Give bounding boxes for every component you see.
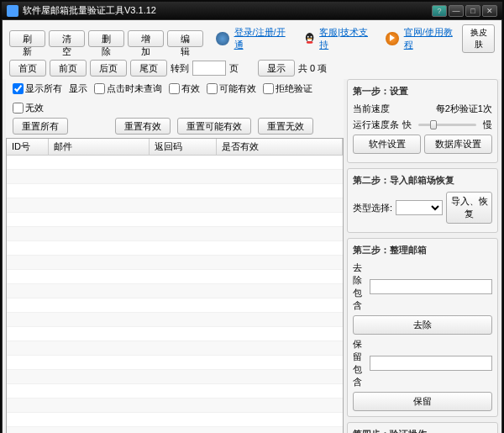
svg-point-2	[307, 36, 309, 38]
help-button[interactable]: ?	[432, 5, 447, 17]
qq-icon	[303, 32, 316, 45]
delete-button[interactable]: 删除	[88, 30, 124, 47]
type-label-2: 类型选择:	[353, 202, 392, 214]
reset-valid-button[interactable]: 重置有效	[115, 118, 171, 135]
first-page-button[interactable]: 首页	[9, 60, 46, 77]
keep-contain-label: 保留包含	[353, 338, 366, 388]
tutorial-link[interactable]: 官网/使用教程	[404, 26, 459, 51]
chk-reject[interactable]: 拒绝验证	[263, 82, 312, 95]
type-select-2[interactable]	[396, 200, 443, 215]
import-button[interactable]: 导入、恢复	[446, 192, 492, 224]
maximize-button[interactable]: □	[465, 5, 480, 17]
chk-show-all[interactable]: 显示所有	[13, 82, 62, 95]
col-id[interactable]: ID号	[7, 139, 49, 155]
keep-button[interactable]: 保留	[353, 392, 492, 411]
speed-value: 每2秒验证1次	[393, 103, 492, 115]
titlebar: 软件屋邮箱批量验证工具V3.1.12 ? — □ ✕	[2, 2, 502, 19]
keep-contain-input[interactable]	[370, 356, 492, 371]
remove-contain-label: 去除包含	[353, 261, 366, 312]
step2-title: 第二步：导入邮箱场恢复	[353, 174, 492, 187]
chk-invalid[interactable]: 无效	[13, 102, 44, 114]
svg-point-4	[307, 41, 313, 44]
filter-row: 显示所有 显示 点击时未查询 有效 可能有效 拒绝验证 无效	[6, 79, 344, 118]
svg-point-3	[310, 36, 312, 38]
last-page-button[interactable]: 尾页	[130, 60, 167, 77]
goto-input[interactable]	[192, 61, 226, 76]
panel-step4: 第四步：验证操作 开始验证 暂停 停止	[347, 422, 498, 433]
remove-button[interactable]: 去除	[353, 315, 492, 335]
panel-step2: 第二步：导入邮箱场恢复 类型选择: 导入、恢复	[347, 168, 498, 233]
minimize-button[interactable]: —	[449, 5, 464, 17]
step1-title: 第一步：设置	[353, 85, 492, 98]
panel-step1: 第一步：设置 当前速度每2秒验证1次 运行速度条 快 慢 软件设置 数据库设置	[347, 79, 498, 163]
support-link[interactable]: 客服|技术支持	[319, 26, 375, 51]
next-page-button[interactable]: 后页	[90, 60, 127, 77]
refresh-button[interactable]: 刷新	[9, 30, 45, 47]
reset-possible-button[interactable]: 重置可能有效	[177, 118, 251, 135]
skin-button[interactable]: 换皮肤	[462, 24, 495, 53]
step4-title: 第四步：验证操作	[353, 428, 492, 433]
page-unit: 页	[229, 62, 239, 75]
database-settings-button[interactable]: 数据库设置	[424, 135, 492, 154]
reset-all-button[interactable]: 重置所有	[13, 118, 68, 135]
app-icon	[7, 5, 18, 17]
chk-not-clicked[interactable]: 点击时未查询	[94, 82, 162, 95]
speed-bar-label: 运行速度条	[353, 119, 399, 131]
window-title: 软件屋邮箱批量验证工具V3.1.12	[23, 4, 432, 17]
chk-valid[interactable]: 有效	[169, 82, 200, 95]
remove-contain-input[interactable]	[370, 279, 492, 294]
speed-slider[interactable]	[418, 124, 476, 126]
fast-label: 快	[402, 119, 412, 131]
close-button[interactable]: ✕	[482, 5, 497, 17]
panel-step3: 第三步：整理邮箱 去除包含 去除 保留包含 保留	[347, 238, 498, 417]
clear-button[interactable]: 清空	[49, 30, 85, 47]
slow-label: 慢	[483, 119, 492, 131]
step3-title: 第三步：整理邮箱	[353, 244, 492, 256]
prev-page-button[interactable]: 前页	[50, 60, 87, 77]
table-body[interactable]	[7, 156, 343, 433]
data-table: ID号 邮件 返回码 是否有效	[6, 138, 344, 433]
chk-possible[interactable]: 可能有效	[207, 82, 256, 95]
login-icon	[216, 32, 228, 45]
show-label: 显示	[69, 82, 87, 95]
col-valid[interactable]: 是否有效	[217, 139, 343, 155]
col-email[interactable]: 邮件	[49, 139, 150, 155]
col-return[interactable]: 返回码	[150, 139, 217, 155]
show-button[interactable]: 显示	[258, 60, 295, 77]
toolbar-paging: 首页 前页 后页 尾页 转到 页 显示 共 0 项	[3, 57, 501, 79]
goto-label: 转到	[171, 62, 189, 75]
edit-button[interactable]: 编辑	[167, 30, 203, 47]
toolbar-main: 刷新 清空 删除 增加 编辑 登录/注册/开通 客服|技术支持 官网/使用教程 …	[3, 20, 501, 57]
speed-label: 当前速度	[353, 103, 390, 115]
play-icon	[386, 32, 398, 45]
add-button[interactable]: 增加	[128, 30, 164, 47]
total-count: 共 0 项	[298, 62, 327, 75]
reset-invalid-button[interactable]: 重置无效	[258, 118, 313, 135]
login-link[interactable]: 登录/注册/开通	[234, 26, 292, 51]
software-settings-button[interactable]: 软件设置	[353, 135, 421, 154]
